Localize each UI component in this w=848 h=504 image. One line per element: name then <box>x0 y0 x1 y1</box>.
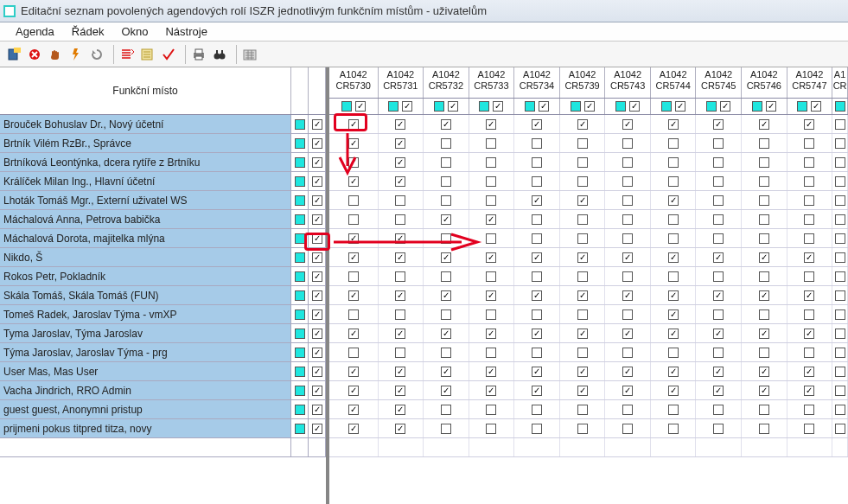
grid-cell[interactable] <box>605 400 651 418</box>
cell-checkbox[interactable] <box>713 309 724 320</box>
filter-checkbox[interactable]: ✓ <box>675 101 685 112</box>
column-header[interactable]: A1042 CR5733 <box>469 67 515 98</box>
cell-checkbox[interactable] <box>759 405 769 415</box>
grid-cell[interactable]: ✓ <box>787 115 833 133</box>
cell-checkbox[interactable] <box>441 157 451 168</box>
cell-checkbox[interactable] <box>804 176 814 187</box>
tool-print-icon[interactable] <box>190 46 207 63</box>
grid-cell[interactable]: ✓ <box>696 115 742 133</box>
grid-cell[interactable] <box>832 362 848 380</box>
grid-cell[interactable] <box>832 400 848 418</box>
grid-cell[interactable]: ✓ <box>379 286 424 304</box>
cell-checkbox[interactable] <box>532 271 542 282</box>
tool-binoculars-icon[interactable] <box>211 46 228 63</box>
grid-cell[interactable]: ✓ <box>424 362 469 380</box>
filter-checkbox[interactable]: ✓ <box>355 101 366 112</box>
cell-checkbox[interactable]: ✓ <box>395 290 405 301</box>
cell-checkbox[interactable] <box>395 271 405 282</box>
grid-cell[interactable]: ✓ <box>329 286 379 304</box>
cell-checkbox[interactable] <box>759 138 769 149</box>
grid-cell[interactable] <box>787 134 833 152</box>
grid-cell[interactable] <box>742 172 787 190</box>
cell-checkbox[interactable]: ✓ <box>577 386 588 396</box>
cell-checkbox[interactable] <box>804 214 814 225</box>
row-cyan-toggle[interactable] <box>291 324 309 342</box>
grid-cell[interactable]: ✓ <box>329 229 379 247</box>
cell-checkbox[interactable] <box>532 214 542 225</box>
grid-cell[interactable]: ✓ <box>469 210 515 228</box>
filter-cyan-toggle[interactable] <box>706 101 717 112</box>
grid-cell[interactable] <box>832 191 848 209</box>
cell-checkbox[interactable]: ✓ <box>532 119 542 130</box>
grid-cell[interactable]: ✓ <box>424 210 469 228</box>
grid-cell[interactable]: ✓ <box>424 381 469 399</box>
cell-checkbox[interactable] <box>441 405 451 415</box>
grid-cell[interactable] <box>560 153 606 171</box>
grid-cell[interactable] <box>696 172 742 190</box>
cell-checkbox[interactable]: ✓ <box>486 119 496 130</box>
cell-checkbox[interactable] <box>835 233 845 244</box>
cell-checkbox[interactable]: ✓ <box>713 252 724 263</box>
cell-checkbox[interactable] <box>835 348 845 358</box>
cell-checkbox[interactable]: ✓ <box>486 290 496 301</box>
cell-checkbox[interactable] <box>348 195 359 206</box>
grid-cell[interactable] <box>424 343 469 361</box>
filter-checkbox[interactable]: ✓ <box>402 101 412 112</box>
cell-checkbox[interactable] <box>441 309 451 320</box>
grid-cell[interactable] <box>329 343 379 361</box>
cell-checkbox[interactable]: ✓ <box>804 386 814 396</box>
cell-checkbox[interactable]: ✓ <box>622 367 633 377</box>
cell-checkbox[interactable] <box>713 233 724 244</box>
row-master-checkbox[interactable]: ✓ <box>309 172 326 190</box>
cell-checkbox[interactable] <box>835 119 845 130</box>
grid-cell[interactable]: ✓ <box>379 153 424 171</box>
column-header[interactable]: A1042 CR5744 <box>651 67 697 98</box>
cell-checkbox[interactable] <box>441 348 451 358</box>
cell-checkbox[interactable] <box>804 195 814 206</box>
cell-checkbox[interactable]: ✓ <box>668 386 679 396</box>
cell-checkbox[interactable]: ✓ <box>577 367 588 377</box>
grid-cell[interactable] <box>514 305 560 323</box>
filter-checkbox[interactable]: ✓ <box>766 101 776 112</box>
cell-checkbox[interactable]: ✓ <box>622 119 633 130</box>
cell-checkbox[interactable]: ✓ <box>804 329 814 339</box>
cell-checkbox[interactable] <box>532 309 542 320</box>
grid-cell[interactable]: ✓ <box>605 362 651 380</box>
cell-checkbox[interactable] <box>622 405 633 415</box>
grid-cell[interactable]: ✓ <box>469 381 515 399</box>
grid-cell[interactable]: ✓ <box>651 324 697 342</box>
grid-cell[interactable]: ✓ <box>696 362 742 380</box>
row-cyan-toggle[interactable] <box>291 305 309 323</box>
cell-checkbox[interactable] <box>759 176 769 187</box>
cell-checkbox[interactable] <box>713 271 724 282</box>
grid-cell[interactable] <box>742 134 787 152</box>
grid-cell[interactable] <box>514 210 560 228</box>
cell-checkbox[interactable]: ✓ <box>348 367 359 377</box>
grid-cell[interactable]: ✓ <box>469 286 515 304</box>
cell-checkbox[interactable]: ✓ <box>804 252 814 263</box>
table-row[interactable]: Týma Jaroslav, Jaroslav Týma - prg✓ <box>0 343 326 362</box>
grid-cell[interactable]: ✓ <box>379 362 424 380</box>
grid-cell[interactable] <box>832 134 848 152</box>
cell-checkbox[interactable]: ✓ <box>577 252 588 263</box>
cell-checkbox[interactable] <box>759 157 769 168</box>
column-header[interactable]: A1042 CR5732 <box>424 67 469 98</box>
cell-checkbox[interactable] <box>835 252 845 263</box>
grid-cell[interactable]: ✓ <box>514 191 560 209</box>
grid-cell[interactable]: ✓ <box>424 115 469 133</box>
grid-cell[interactable]: ✓ <box>696 248 742 266</box>
row-cyan-toggle[interactable] <box>291 172 309 190</box>
filter-checkbox[interactable]: ✓ <box>629 101 640 112</box>
cell-checkbox[interactable]: ✓ <box>441 214 451 225</box>
grid-cell[interactable] <box>787 267 833 285</box>
cell-checkbox[interactable] <box>713 157 724 168</box>
cell-checkbox[interactable] <box>835 290 845 301</box>
row-cyan-toggle[interactable] <box>291 210 309 228</box>
cell-checkbox[interactable] <box>532 157 542 168</box>
filter-cyan-toggle[interactable] <box>797 101 807 112</box>
filter-cyan-toggle[interactable] <box>615 101 626 112</box>
cell-checkbox[interactable]: ✓ <box>713 367 724 377</box>
grid-cell[interactable]: ✓ <box>651 248 697 266</box>
grid-cell[interactable]: ✓ <box>651 286 697 304</box>
cell-checkbox[interactable]: ✓ <box>759 386 769 396</box>
